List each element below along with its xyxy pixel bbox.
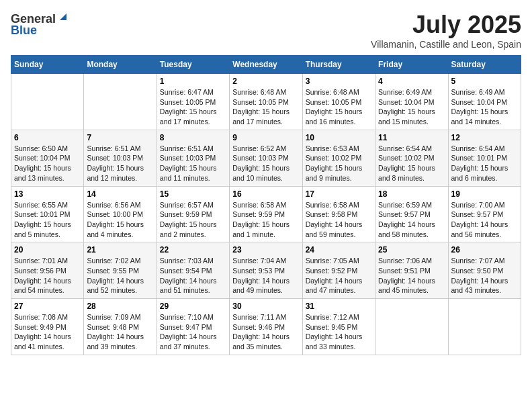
day-number: 23: [232, 245, 299, 255]
calendar-cell: 23Sunrise: 7:04 AM Sunset: 9:53 PM Dayli…: [230, 242, 302, 299]
calendar-cell: 11Sunrise: 6:54 AM Sunset: 10:02 PM Dayl…: [375, 130, 448, 186]
day-info: Sunrise: 6:53 AM Sunset: 10:02 PM Daylig…: [306, 144, 363, 182]
calendar-day-header: Saturday: [448, 56, 521, 74]
day-info: Sunrise: 7:02 AM Sunset: 9:55 PM Dayligh…: [87, 257, 144, 294]
day-info: Sunrise: 6:52 AM Sunset: 10:03 PM Daylig…: [232, 144, 290, 182]
calendar-cell: 29Sunrise: 7:10 AM Sunset: 9:47 PM Dayli…: [157, 299, 229, 355]
page-header: General Blue July 2025 Villamanin, Casti…: [11, 11, 521, 50]
calendar-cell: 16Sunrise: 6:58 AM Sunset: 9:59 PM Dayli…: [230, 186, 302, 242]
calendar-cell: [11, 74, 84, 130]
day-number: 5: [451, 77, 518, 86]
svg-marker-0: [60, 13, 66, 20]
calendar-week-row: 13Sunrise: 6:55 AM Sunset: 10:01 PM Dayl…: [11, 186, 521, 242]
day-number: 31: [306, 302, 372, 311]
day-info: Sunrise: 6:55 AM Sunset: 10:01 PM Daylig…: [14, 201, 71, 238]
calendar-cell: 26Sunrise: 7:07 AM Sunset: 9:50 PM Dayli…: [448, 242, 521, 299]
calendar-cell: 20Sunrise: 7:01 AM Sunset: 9:56 PM Dayli…: [11, 242, 84, 299]
calendar-cell: 22Sunrise: 7:03 AM Sunset: 9:54 PM Dayli…: [157, 242, 229, 299]
calendar-cell: 1Sunrise: 6:47 AM Sunset: 10:05 PM Dayli…: [157, 74, 229, 130]
day-info: Sunrise: 6:56 AM Sunset: 10:00 PM Daylig…: [87, 201, 144, 238]
day-info: Sunrise: 6:49 AM Sunset: 10:04 PM Daylig…: [451, 88, 508, 126]
day-info: Sunrise: 6:50 AM Sunset: 10:04 PM Daylig…: [14, 144, 71, 182]
calendar-day-header: Monday: [84, 56, 157, 74]
calendar-day-header: Sunday: [11, 56, 84, 74]
month-year-title: July 2025: [371, 11, 521, 39]
day-number: 19: [451, 189, 518, 199]
calendar-cell: 13Sunrise: 6:55 AM Sunset: 10:01 PM Dayl…: [11, 186, 84, 242]
calendar-cell: 3Sunrise: 6:48 AM Sunset: 10:05 PM Dayli…: [302, 74, 375, 130]
calendar-cell: 19Sunrise: 7:00 AM Sunset: 9:57 PM Dayli…: [448, 186, 521, 242]
calendar-cell: 8Sunrise: 6:51 AM Sunset: 10:03 PM Dayli…: [157, 130, 229, 186]
calendar-cell: 18Sunrise: 6:59 AM Sunset: 9:57 PM Dayli…: [375, 186, 448, 242]
day-info: Sunrise: 7:04 AM Sunset: 9:53 PM Dayligh…: [232, 257, 290, 294]
day-number: 10: [306, 133, 372, 142]
calendar-week-row: 1Sunrise: 6:47 AM Sunset: 10:05 PM Dayli…: [11, 74, 521, 130]
day-info: Sunrise: 7:05 AM Sunset: 9:52 PM Dayligh…: [306, 257, 363, 294]
day-number: 17: [306, 189, 372, 199]
day-number: 1: [160, 77, 226, 86]
day-number: 24: [306, 245, 372, 255]
calendar-cell: [375, 299, 448, 355]
day-number: 25: [378, 245, 445, 255]
calendar-cell: 4Sunrise: 6:49 AM Sunset: 10:04 PM Dayli…: [375, 74, 448, 130]
logo: General Blue: [11, 11, 69, 38]
day-number: 4: [378, 77, 445, 86]
day-number: 22: [160, 245, 226, 255]
day-number: 3: [306, 77, 372, 86]
calendar-week-row: 20Sunrise: 7:01 AM Sunset: 9:56 PM Dayli…: [11, 242, 521, 299]
day-number: 21: [87, 245, 153, 255]
calendar-table: SundayMondayTuesdayWednesdayThursdayFrid…: [11, 55, 521, 355]
day-info: Sunrise: 6:54 AM Sunset: 10:02 PM Daylig…: [378, 144, 435, 182]
calendar-cell: [448, 299, 521, 355]
day-number: 26: [451, 245, 518, 255]
calendar-cell: 31Sunrise: 7:12 AM Sunset: 9:45 PM Dayli…: [302, 299, 375, 355]
day-number: 14: [87, 189, 153, 199]
day-info: Sunrise: 6:48 AM Sunset: 10:05 PM Daylig…: [306, 88, 363, 126]
calendar-header-row: SundayMondayTuesdayWednesdayThursdayFrid…: [11, 56, 521, 74]
calendar-cell: 15Sunrise: 6:57 AM Sunset: 9:59 PM Dayli…: [157, 186, 229, 242]
title-area: July 2025 Villamanin, Castille and Leon,…: [371, 11, 521, 50]
calendar-cell: 9Sunrise: 6:52 AM Sunset: 10:03 PM Dayli…: [230, 130, 302, 186]
day-info: Sunrise: 6:51 AM Sunset: 10:03 PM Daylig…: [87, 144, 144, 182]
calendar-cell: 2Sunrise: 6:48 AM Sunset: 10:05 PM Dayli…: [230, 74, 302, 130]
day-info: Sunrise: 7:12 AM Sunset: 9:45 PM Dayligh…: [306, 313, 363, 351]
day-number: 7: [87, 133, 153, 142]
day-number: 30: [232, 302, 299, 311]
location-subtitle: Villamanin, Castille and Leon, Spain: [371, 39, 521, 50]
calendar-day-header: Thursday: [302, 56, 375, 74]
day-info: Sunrise: 6:47 AM Sunset: 10:05 PM Daylig…: [160, 88, 217, 126]
calendar-cell: 30Sunrise: 7:11 AM Sunset: 9:46 PM Dayli…: [230, 299, 302, 355]
day-info: Sunrise: 6:57 AM Sunset: 9:59 PM Dayligh…: [160, 201, 217, 238]
calendar-cell: 7Sunrise: 6:51 AM Sunset: 10:03 PM Dayli…: [84, 130, 157, 186]
day-info: Sunrise: 6:58 AM Sunset: 9:58 PM Dayligh…: [306, 201, 363, 238]
day-number: 28: [87, 302, 153, 311]
day-number: 6: [14, 133, 81, 142]
calendar-cell: 14Sunrise: 6:56 AM Sunset: 10:00 PM Dayl…: [84, 186, 157, 242]
day-number: 13: [14, 189, 81, 199]
day-number: 12: [451, 133, 518, 142]
calendar-cell: 12Sunrise: 6:54 AM Sunset: 10:01 PM Dayl…: [448, 130, 521, 186]
calendar-day-header: Tuesday: [157, 56, 229, 74]
day-info: Sunrise: 7:08 AM Sunset: 9:49 PM Dayligh…: [14, 313, 71, 351]
calendar-week-row: 27Sunrise: 7:08 AM Sunset: 9:49 PM Dayli…: [11, 299, 521, 355]
calendar-cell: 6Sunrise: 6:50 AM Sunset: 10:04 PM Dayli…: [11, 130, 84, 186]
calendar-cell: 10Sunrise: 6:53 AM Sunset: 10:02 PM Dayl…: [302, 130, 375, 186]
calendar-cell: 24Sunrise: 7:05 AM Sunset: 9:52 PM Dayli…: [302, 242, 375, 299]
day-info: Sunrise: 7:07 AM Sunset: 9:50 PM Dayligh…: [451, 257, 508, 294]
day-info: Sunrise: 7:06 AM Sunset: 9:51 PM Dayligh…: [378, 257, 435, 294]
day-info: Sunrise: 6:59 AM Sunset: 9:57 PM Dayligh…: [378, 201, 435, 238]
day-info: Sunrise: 6:49 AM Sunset: 10:04 PM Daylig…: [378, 88, 435, 126]
day-number: 8: [160, 133, 226, 142]
day-info: Sunrise: 6:58 AM Sunset: 9:59 PM Dayligh…: [232, 201, 290, 238]
day-info: Sunrise: 6:51 AM Sunset: 10:03 PM Daylig…: [160, 144, 217, 182]
calendar-week-row: 6Sunrise: 6:50 AM Sunset: 10:04 PM Dayli…: [11, 130, 521, 186]
calendar-cell: 5Sunrise: 6:49 AM Sunset: 10:04 PM Dayli…: [448, 74, 521, 130]
calendar-cell: 21Sunrise: 7:02 AM Sunset: 9:55 PM Dayli…: [84, 242, 157, 299]
day-number: 27: [14, 302, 81, 311]
day-info: Sunrise: 7:00 AM Sunset: 9:57 PM Dayligh…: [451, 201, 508, 238]
calendar-cell: [84, 74, 157, 130]
day-info: Sunrise: 7:09 AM Sunset: 9:48 PM Dayligh…: [87, 313, 144, 351]
logo-icon: [57, 11, 69, 23]
day-number: 29: [160, 302, 226, 311]
day-number: 15: [160, 189, 226, 199]
